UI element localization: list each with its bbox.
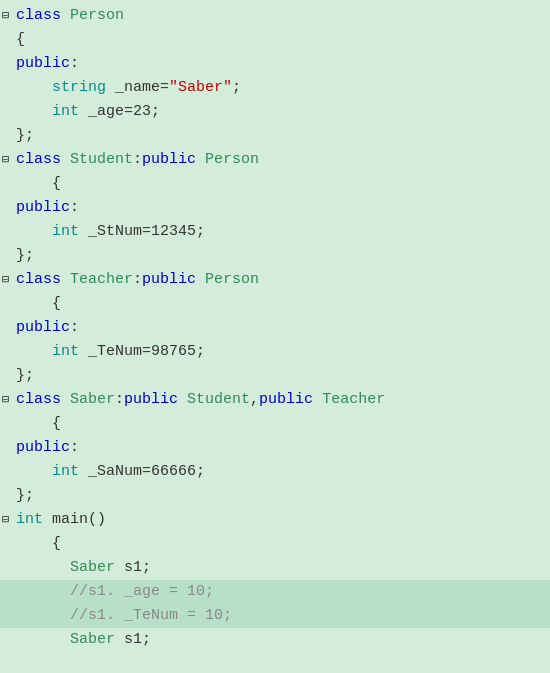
code-line: public:	[0, 436, 550, 460]
indent	[16, 76, 52, 99]
token-kw-class: class	[16, 4, 70, 27]
code-line: Saber s1;	[0, 556, 550, 580]
token-kw-class: class	[16, 148, 70, 171]
token-plain: {	[16, 28, 25, 51]
indent	[16, 292, 52, 315]
token-str-val: "Saber"	[169, 76, 232, 99]
token-plain: _StNum=12345;	[79, 220, 205, 243]
token-plain: {	[52, 172, 61, 195]
token-plain: :	[70, 196, 79, 219]
code-line: public:	[0, 196, 550, 220]
collapse-marker[interactable]: ⊟	[2, 391, 16, 410]
indent	[16, 340, 52, 363]
code-line: int _StNum=12345;	[0, 220, 550, 244]
code-line: //s1. _TeNum = 10;	[0, 604, 550, 628]
token-kw-int: int	[16, 508, 43, 531]
token-plain: ;	[232, 76, 241, 99]
token-kw-int: int	[52, 220, 79, 243]
token-kw-public: public	[124, 388, 178, 411]
token-kw-class: class	[16, 268, 70, 291]
token-plain: ,	[250, 388, 259, 411]
collapse-marker[interactable]: ⊟	[2, 511, 16, 530]
indent	[16, 460, 52, 483]
token-class-name: Teacher	[322, 388, 385, 411]
indent	[16, 172, 52, 195]
indent	[16, 220, 52, 243]
token-plain: _age=23;	[79, 100, 160, 123]
code-line: {	[0, 28, 550, 52]
token-kw-string: string	[52, 76, 106, 99]
token-plain: };	[16, 244, 34, 267]
token-class-name: Saber	[70, 628, 115, 651]
token-plain: };	[16, 364, 34, 387]
token-plain: :	[70, 316, 79, 339]
token-plain: {	[52, 532, 61, 555]
code-line: ⊟class Teacher:public Person	[0, 268, 550, 292]
token-plain	[52, 604, 70, 627]
token-plain	[178, 388, 187, 411]
token-kw-class: class	[16, 388, 70, 411]
code-editor: ⊟class Person{public: string _name="Sabe…	[0, 0, 550, 656]
token-plain: :	[133, 148, 142, 171]
code-line: };	[0, 484, 550, 508]
token-kw-public: public	[16, 196, 70, 219]
token-plain: _SaNum=66666;	[79, 460, 205, 483]
token-kw-public: public	[16, 436, 70, 459]
token-plain: :	[70, 436, 79, 459]
indent	[16, 532, 52, 555]
token-plain: :	[133, 268, 142, 291]
token-plain: {	[52, 412, 61, 435]
token-plain: };	[16, 124, 34, 147]
collapse-marker[interactable]: ⊟	[2, 151, 16, 170]
token-plain: s1;	[115, 556, 151, 579]
token-kw-public: public	[142, 148, 196, 171]
code-line: int _TeNum=98765;	[0, 340, 550, 364]
code-line: ⊟class Saber:public Student,public Teach…	[0, 388, 550, 412]
token-plain: _name=	[106, 76, 169, 99]
token-plain	[196, 148, 205, 171]
indent	[16, 628, 52, 651]
code-line: };	[0, 364, 550, 388]
token-kw-public: public	[16, 316, 70, 339]
code-line: ⊟class Person	[0, 4, 550, 28]
token-class-name: Saber	[70, 388, 115, 411]
token-class-name: Teacher	[70, 268, 133, 291]
token-kw-public: public	[259, 388, 313, 411]
code-line: public:	[0, 52, 550, 76]
indent	[16, 100, 52, 123]
token-kw-public: public	[142, 268, 196, 291]
code-line: {	[0, 292, 550, 316]
token-plain	[52, 580, 70, 603]
token-plain: {	[52, 292, 61, 315]
token-kw-int: int	[52, 340, 79, 363]
collapse-marker[interactable]: ⊟	[2, 7, 16, 26]
code-line: Saber s1;	[0, 628, 550, 652]
token-plain	[52, 556, 70, 579]
token-plain: main()	[43, 508, 106, 531]
code-line: {	[0, 532, 550, 556]
token-comment: //s1. _TeNum = 10;	[70, 604, 232, 627]
token-plain: :	[115, 388, 124, 411]
token-class-name: Student	[70, 148, 133, 171]
token-plain: };	[16, 484, 34, 507]
token-plain: :	[70, 52, 79, 75]
token-plain	[196, 268, 205, 291]
token-comment: //s1. _age = 10;	[70, 580, 214, 603]
token-plain	[313, 388, 322, 411]
code-line: {	[0, 172, 550, 196]
token-kw-public: public	[16, 52, 70, 75]
indent	[16, 556, 52, 579]
collapse-marker[interactable]: ⊟	[2, 271, 16, 290]
code-line: int _age=23;	[0, 100, 550, 124]
token-class-name: Person	[205, 148, 259, 171]
token-plain: _TeNum=98765;	[79, 340, 205, 363]
code-line: string _name="Saber";	[0, 76, 550, 100]
token-class-name: Saber	[70, 556, 115, 579]
indent	[16, 412, 52, 435]
indent	[16, 580, 52, 603]
token-class-name: Person	[205, 268, 259, 291]
code-line: {	[0, 412, 550, 436]
code-line: public:	[0, 316, 550, 340]
code-line: };	[0, 124, 550, 148]
indent	[16, 604, 52, 627]
